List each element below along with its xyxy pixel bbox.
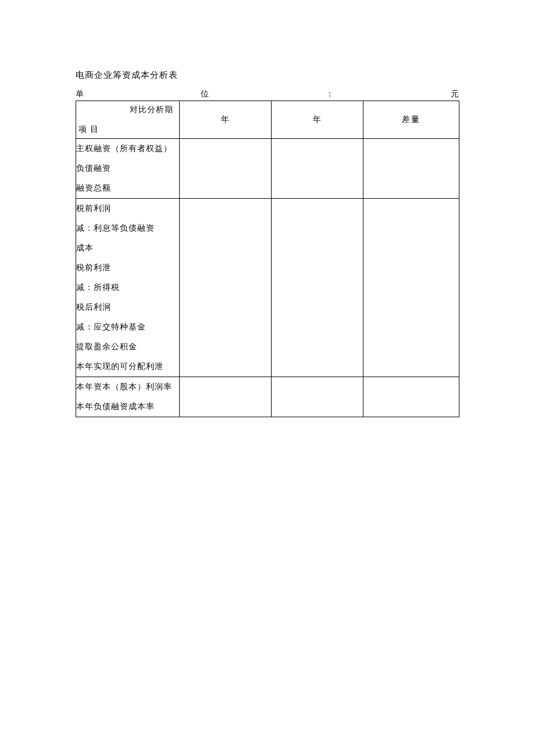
table-header-row: 对比分析期 项目 年 年 差量 <box>76 101 459 139</box>
row-label: 税前利泄 <box>76 258 179 278</box>
cell-year2 <box>272 377 363 417</box>
header-diag-bottom: 项目 <box>79 124 102 135</box>
row-block-financing: 主权融资（所有者权益） 负债融资 融资总额 <box>76 139 180 199</box>
cell-year1 <box>179 139 271 199</box>
cost-analysis-table: 对比分析期 项目 年 年 差量 主权融资（所有者权益） 负债融资 融资总额 税前… <box>76 101 459 417</box>
unit-part-b: 位 <box>201 89 209 99</box>
row-label: 负债融资 <box>76 159 179 178</box>
cell-year1 <box>179 377 271 417</box>
unit-part-a: 单 <box>76 89 84 99</box>
table-row: 主权融资（所有者权益） 负债融资 融资总额 <box>76 139 459 199</box>
row-label: 减：应交特种基金 <box>76 317 179 337</box>
row-block-profit: 税前利润 减：利息等负债融资 成本 税前利泄 减：所得税 税后利涧 减：应交特种… <box>76 199 180 377</box>
cell-diff <box>363 139 459 199</box>
unit-part-d: 元 <box>451 89 459 99</box>
document-page: 电商企业筹资成本分析表 单 位 ： 元 对比分析期 项目 年 年 差量 主权融资… <box>0 0 535 756</box>
row-label: 提取盈余公积金 <box>76 337 179 357</box>
row-label: 主权融资（所有者权益） <box>76 139 179 159</box>
cell-diff <box>363 199 459 377</box>
table-row: 本年资本（股本）利润率 本年负债融资成本率 <box>76 377 459 417</box>
header-col-diff: 差量 <box>363 101 459 139</box>
cell-year2 <box>272 139 363 199</box>
document-title: 电商企业筹资成本分析表 <box>76 70 459 81</box>
cell-year1 <box>179 199 271 377</box>
header-diag-cell: 对比分析期 项目 <box>76 101 180 139</box>
row-label: 本年负债融资成本率 <box>76 397 179 417</box>
row-label: 减：利息等负债融资 <box>76 218 179 238</box>
row-label: 成本 <box>76 238 179 258</box>
unit-row: 单 位 ： 元 <box>76 89 459 101</box>
cell-year2 <box>272 199 363 377</box>
header-col-year1: 年 <box>179 101 271 139</box>
row-label: 减：所得税 <box>76 278 179 298</box>
unit-part-c: ： <box>326 89 334 99</box>
header-col-year2: 年 <box>272 101 363 139</box>
header-diag-top: 对比分析期 <box>76 105 173 115</box>
table-row: 税前利润 减：利息等负债融资 成本 税前利泄 减：所得税 税后利涧 减：应交特种… <box>76 199 459 377</box>
row-label: 本年资本（股本）利润率 <box>76 377 179 397</box>
row-block-rates: 本年资本（股本）利润率 本年负债融资成本率 <box>76 377 180 417</box>
row-label: 融资总额 <box>76 178 179 198</box>
row-label: 税前利润 <box>76 199 179 218</box>
cell-diff <box>363 377 459 417</box>
row-label: 税后利涧 <box>76 298 179 317</box>
row-label: 本年实现的可分配利泄 <box>76 357 179 377</box>
